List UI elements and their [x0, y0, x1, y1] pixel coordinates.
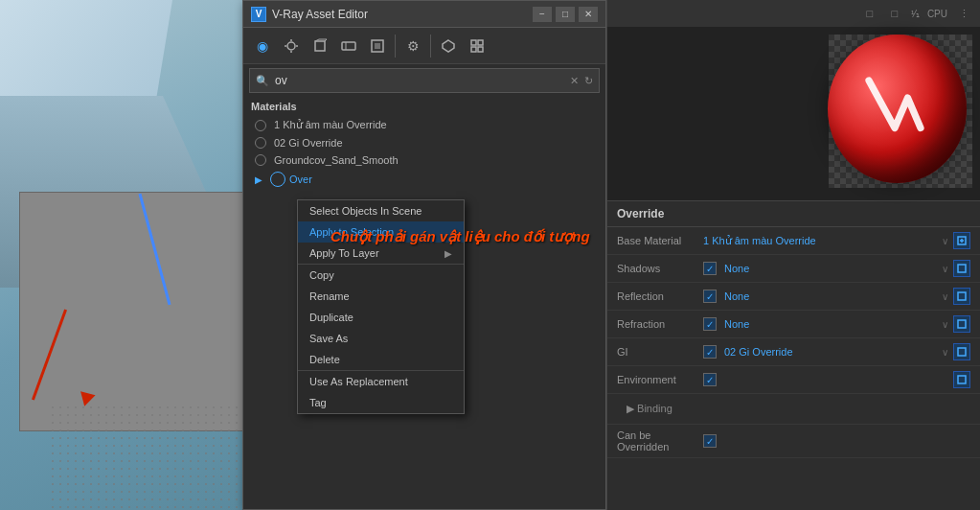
vietnamese-tooltip: Chuột phải gán vật liệu cho đối tượng [330, 228, 590, 245]
minimize-button[interactable]: − [533, 7, 552, 22]
maximize-button[interactable]: □ [556, 7, 575, 22]
prop-checkbox-environment[interactable] [703, 373, 717, 386]
prop-icon-btn-gi[interactable] [953, 343, 970, 360]
view-icon[interactable] [466, 35, 489, 58]
search-clear-icon[interactable]: ✕ [570, 75, 579, 87]
render-preview: □ □ ¹⁄₁ CPU ⋮ [607, 0, 980, 201]
context-tag[interactable]: Tag [298, 392, 464, 413]
material-label-1: 1 Khử âm màu Override [274, 119, 387, 131]
toolbar: ◉ ⚙ [243, 28, 605, 64]
material-radio-4 [270, 172, 285, 187]
context-label-copy: Copy [309, 269, 334, 281]
render-tb-icon-1[interactable]: □ [861, 5, 878, 22]
material-item-3[interactable]: Groundcov_Sand_Smooth [243, 151, 605, 169]
vray-logo-svg [852, 63, 938, 150]
materials-section-header: Materials [243, 97, 605, 116]
prop-checkbox-overridden[interactable] [703, 434, 717, 448]
viewport-background [0, 0, 249, 510]
context-copy[interactable]: Copy [298, 265, 464, 286]
prop-value-base[interactable]: 1 Khử âm màu Override [703, 235, 936, 247]
prop-value-reflection[interactable]: None [724, 290, 936, 302]
right-panel: □ □ ¹⁄₁ CPU ⋮ Override Base Material 1 K… [606, 0, 980, 510]
context-label-duplicate: Duplicate [309, 312, 353, 323]
texture-icon[interactable] [337, 35, 360, 58]
prop-row-refraction: Refraction None ∨ [607, 311, 980, 338]
context-label-save: Save As [309, 333, 348, 344]
svg-point-0 [287, 42, 295, 50]
render-elements-icon[interactable] [366, 35, 389, 58]
prop-section-title: Override [607, 201, 980, 227]
context-save-as[interactable]: Save As [298, 328, 464, 349]
search-input[interactable] [275, 74, 564, 87]
render-toolbar: □ □ ¹⁄₁ CPU ⋮ [607, 0, 980, 27]
context-use-replacement[interactable]: Use As Replacement [298, 371, 464, 392]
dotted-pattern [49, 404, 249, 510]
prop-icon-btn-shadows[interactable] [953, 260, 970, 277]
prop-value-shadows[interactable]: None [724, 263, 936, 274]
prop-checkbox-reflection[interactable] [703, 290, 717, 303]
context-rename[interactable]: Rename [298, 286, 464, 307]
search-icon: 🔍 [256, 75, 269, 87]
prop-dropdown-gi[interactable]: ∨ [936, 343, 953, 360]
prop-icon-btn-refraction[interactable] [953, 315, 970, 333]
prop-row-environment: Environment [607, 366, 980, 394]
geometry-icon[interactable] [308, 35, 331, 58]
vray-icon: V [251, 7, 266, 22]
context-delete[interactable]: Delete [298, 349, 464, 370]
context-label-delete: Delete [309, 354, 340, 365]
prop-checkbox-refraction[interactable] [703, 317, 717, 331]
prop-row-binding[interactable]: ▶ Binding [607, 394, 980, 425]
prop-label-environment: Environment [617, 374, 703, 385]
material-item-4[interactable]: ▶ Over [243, 169, 605, 190]
render-more-icon[interactable]: ⋮ [955, 5, 972, 22]
prop-icon-btn-environment[interactable] [953, 371, 970, 388]
prop-label-refraction: Refraction [617, 318, 703, 330]
material-item-1[interactable]: 1 Khử âm màu Override [243, 116, 605, 134]
prop-icon-btn-base[interactable] [953, 232, 970, 249]
context-duplicate[interactable]: Duplicate [298, 307, 464, 328]
viewport-panel [19, 192, 249, 431]
svg-rect-16 [478, 47, 483, 52]
vray-icon-label: V [256, 9, 262, 19]
prop-dropdown-base[interactable]: ∨ [936, 232, 953, 249]
prop-checkbox-gi[interactable] [703, 345, 717, 359]
context-label-replacement: Use As Replacement [309, 376, 408, 387]
prop-dropdown-shadows[interactable]: ∨ [936, 260, 953, 277]
search-bar: 🔍 ✕ ↻ [249, 68, 600, 93]
vray-sphere-render [828, 35, 967, 183]
lights-icon[interactable] [280, 35, 303, 58]
context-label-layer: Apply To Layer [309, 247, 379, 259]
prop-label-shadows: Shadows [617, 263, 703, 274]
prop-value-gi[interactable]: 02 Gi Override [724, 346, 936, 358]
render-tb-icon-2[interactable]: □ [886, 5, 903, 22]
materials-icon[interactable]: ◉ [251, 35, 274, 58]
prop-dropdown-reflection[interactable]: ∨ [936, 288, 953, 305]
svg-rect-15 [471, 47, 476, 52]
material-label-4: Over [289, 174, 312, 185]
asset-icon[interactable] [437, 35, 460, 58]
prop-icon-btn-reflection[interactable] [953, 288, 970, 305]
prop-checkbox-shadows[interactable] [703, 262, 717, 275]
title-bar-left: V V-Ray Asset Editor [251, 7, 368, 22]
binding-label[interactable]: ▶ Binding [617, 399, 682, 419]
prop-row-base-material: Base Material 1 Khử âm màu Override ∨ [607, 227, 980, 255]
svg-rect-12 [375, 43, 380, 49]
title-bar: V V-Ray Asset Editor − □ ✕ [243, 1, 605, 28]
prop-label-base: Base Material [617, 235, 703, 246]
context-select-objects[interactable]: Select Objects In Scene [298, 200, 464, 221]
prop-row-can-be-overridden: Can be Overridden [607, 425, 980, 458]
context-label-tag: Tag [309, 397, 327, 408]
window-title: V-Ray Asset Editor [272, 8, 368, 21]
prop-label-gi: GI [617, 346, 703, 358]
svg-rect-14 [478, 40, 483, 45]
material-label-2: 02 Gi Override [274, 137, 343, 149]
context-apply-layer[interactable]: Apply To Layer ▶ [298, 243, 464, 264]
prop-value-refraction[interactable]: None [724, 318, 936, 330]
context-label-rename: Rename [309, 290, 350, 302]
settings-icon[interactable]: ⚙ [401, 35, 424, 58]
search-refresh-icon[interactable]: ↻ [584, 75, 593, 87]
close-button[interactable]: ✕ [579, 7, 598, 22]
material-item-2[interactable]: 02 Gi Override [243, 134, 605, 151]
prop-dropdown-refraction[interactable]: ∨ [936, 315, 953, 333]
material-label-3: Groundcov_Sand_Smooth [274, 154, 399, 166]
